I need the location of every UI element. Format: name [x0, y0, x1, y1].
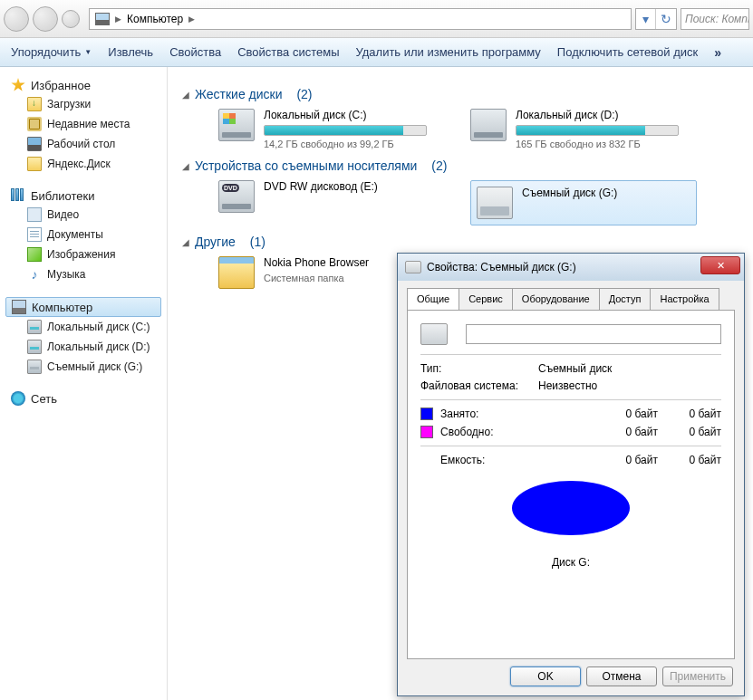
tab-general[interactable]: Общие [407, 288, 459, 310]
free-value-human: 0 байт [658, 426, 721, 438]
toolbar-eject[interactable]: Извлечь [108, 45, 153, 59]
removable-disk-icon [27, 360, 42, 374]
drive-icon [420, 323, 448, 345]
sidebar-music[interactable]: ♪Музыка [5, 264, 161, 284]
search-input[interactable]: Поиск: Компьютер [681, 8, 749, 30]
sidebar-disk-c[interactable]: Локальный диск (C:) [5, 317, 161, 337]
free-swatch [420, 426, 433, 438]
sidebar-yandex-disk[interactable]: Яндекс.Диск [5, 154, 161, 174]
libraries-icon [11, 188, 25, 203]
forward-button[interactable] [33, 6, 58, 32]
sidebar-network-header[interactable]: Сеть [5, 389, 161, 408]
sidebar-downloads[interactable]: Загрузки [5, 94, 161, 114]
ok-button[interactable]: OK [510, 666, 581, 686]
used-label: Занято: [440, 408, 585, 420]
toolbar-organize[interactable]: Упорядочить▼ [11, 45, 92, 59]
crumb-arrow-icon[interactable]: ▶ [115, 14, 121, 24]
capacity-value-bytes: 0 байт [585, 454, 658, 466]
dvd-drive-icon [218, 180, 255, 213]
drive-icon [470, 109, 507, 141]
drive-stats: 165 ГБ свободно из 832 ГБ [516, 139, 697, 149]
collapse-icon: ◢ [182, 90, 189, 100]
cancel-button[interactable]: Отмена [586, 666, 657, 686]
history-dropdown[interactable] [62, 10, 80, 28]
removable-drive-icon [477, 187, 513, 219]
address-history-button[interactable]: ▾ [636, 9, 656, 29]
type-label: Тип: [420, 362, 538, 375]
close-button[interactable]: ✕ [700, 256, 740, 274]
recent-icon [27, 117, 42, 131]
capacity-value-human: 0 байт [658, 454, 721, 466]
back-button[interactable] [4, 6, 29, 32]
section-hard-drives[interactable]: ◢Жесткие диски (2) [182, 87, 739, 101]
sidebar-libraries-header[interactable]: Библиотеки [5, 187, 161, 205]
toolbar-map-drive[interactable]: Подключить сетевой диск [557, 45, 698, 59]
tab-sharing[interactable]: Доступ [599, 288, 652, 310]
drive-title: Локальный диск (D:) [516, 109, 697, 121]
toolbar-uninstall[interactable]: Удалить или изменить программу [356, 45, 541, 59]
drive-d[interactable]: Локальный диск (D:) 165 ГБ свободно из 8… [470, 109, 697, 149]
drive-name-input[interactable] [466, 324, 721, 344]
download-folder-icon [27, 97, 42, 111]
toolbar-system-properties[interactable]: Свойства системы [237, 45, 339, 59]
disk-icon [27, 320, 42, 334]
navigation-bar: ▶ Компьютер ▶ ▾ ↻ Поиск: Компьютер [0, 0, 753, 38]
sidebar-disk-d[interactable]: Локальный диск (D:) [5, 337, 161, 357]
dialog-title: Свойства: Съемный диск (G:) [427, 261, 576, 273]
used-value-bytes: 0 байт [585, 408, 658, 420]
refresh-group: ▾ ↻ [635, 8, 677, 30]
music-icon: ♪ [27, 267, 42, 282]
capacity-label: Емкость: [440, 454, 585, 466]
sidebar-recent[interactable]: Недавние места [5, 114, 161, 134]
breadcrumb-root[interactable]: Компьютер [127, 13, 183, 25]
toolbar-overflow[interactable]: » [714, 45, 721, 60]
drive-usage-bar [264, 125, 427, 136]
collapse-icon: ◢ [182, 237, 189, 247]
dialog-tabs: Общие Сервис Оборудование Доступ Настрой… [398, 281, 744, 310]
sidebar-disk-g[interactable]: Съемный диск (G:) [5, 357, 161, 377]
star-icon [11, 78, 25, 92]
drive-g[interactable]: Съемный диск (G:) [470, 180, 697, 225]
drive-icon [405, 261, 421, 273]
drive-title: Локальный диск (C:) [264, 109, 445, 121]
network-icon [11, 391, 25, 406]
collapse-icon: ◢ [182, 161, 189, 171]
dialog-titlebar[interactable]: Свойства: Съемный диск (G:) ✕ [398, 254, 744, 281]
drive-c[interactable]: Локальный диск (C:) 14,2 ГБ свободно из … [218, 109, 445, 149]
dialog-buttons: OK Отмена Применить [510, 666, 733, 686]
sidebar-pictures[interactable]: Изображения [5, 245, 161, 264]
sidebar-documents[interactable]: Документы [5, 225, 161, 245]
drive-icon [218, 109, 255, 141]
sidebar: Избранное Загрузки Недавние места Рабочи… [0, 67, 168, 700]
properties-dialog: Свойства: Съемный диск (G:) ✕ Общие Серв… [397, 253, 745, 696]
drive-usage-bar [516, 125, 679, 136]
computer-icon [95, 13, 110, 25]
refresh-button[interactable]: ↻ [656, 9, 676, 29]
system-folder-icon [218, 256, 255, 289]
drive-title: Съемный диск (G:) [522, 187, 690, 199]
fs-value: Неизвестно [538, 379, 597, 392]
sidebar-computer-header[interactable]: Компьютер [5, 297, 161, 317]
image-icon [27, 247, 42, 262]
section-other[interactable]: ◢Другие (1) [182, 235, 739, 249]
drive-dvd[interactable]: DVD RW дисковод (E:) [218, 180, 445, 225]
sidebar-favorites-header[interactable]: Избранное [5, 76, 161, 94]
type-value: Съемный диск [538, 362, 612, 375]
video-icon [27, 207, 42, 222]
disk-icon [27, 340, 42, 354]
sidebar-videos[interactable]: Видео [5, 205, 161, 225]
drive-title: DVD RW дисковод (E:) [264, 180, 445, 193]
tab-customize[interactable]: Настройка [650, 288, 719, 310]
crumb-arrow-icon[interactable]: ▶ [188, 14, 195, 24]
section-removable[interactable]: ◢Устройства со съемными носителями (2) [182, 158, 739, 173]
used-value-human: 0 байт [658, 408, 721, 420]
toolbar-properties[interactable]: Свойства [169, 45, 221, 59]
address-bar[interactable]: ▶ Компьютер ▶ [89, 8, 632, 30]
tab-tools[interactable]: Сервис [459, 288, 513, 310]
sidebar-desktop[interactable]: Рабочий стол [5, 134, 161, 154]
document-icon [27, 227, 42, 242]
apply-button[interactable]: Применить [662, 666, 733, 686]
dialog-body: Тип:Съемный диск Файловая система:Неизве… [407, 310, 735, 659]
computer-icon [12, 300, 26, 314]
tab-hardware[interactable]: Оборудование [512, 288, 600, 310]
